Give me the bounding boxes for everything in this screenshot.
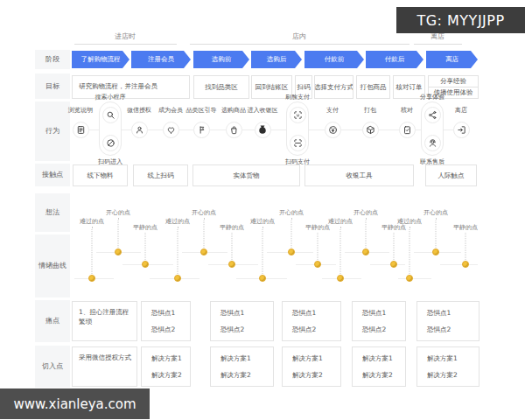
emotion-dot [406,275,413,282]
emotion-drop-line [145,233,146,260]
emotion-point-label: 平静的点 [133,223,158,232]
behavior-label: 浏览说明 [68,106,93,115]
face-pay-icon [293,110,303,120]
behavior-node [290,107,306,123]
entry-note-box: 采用微信授权方式 [72,346,137,387]
emotion-dot [200,248,207,256]
pain-box: 恐惧点1恐惧点2 [416,301,480,341]
behavior-node [102,107,119,123]
emotion-drop-line [436,218,437,248]
solution-box: 解决方案1解决方案2 [282,346,341,387]
emotion-dot [174,275,181,282]
row-label-emotion: 情绪曲线 [35,234,70,298]
solution-box-line: 解决方案2 [362,371,393,380]
emotion-point-label: 平静的点 [220,223,244,232]
goal-box: 研究购物流程，并注册会员 [72,75,190,99]
pain-box-line: 恐惧点1 [151,309,175,318]
solution-box: 解决方案1解决方案2 [210,346,274,387]
emotion-point-label: 难过的点 [165,217,190,226]
behavior-label: 打包 [364,106,376,115]
solution-box-line: 解决方案2 [427,371,458,380]
stage-arrow: 选购前 [193,51,249,68]
behavior-node [290,135,306,151]
emotion-point-label: 难过的点 [328,217,353,226]
emotion-dot [115,248,122,256]
phase-header-underline [190,44,410,45]
emotion-drop-line [291,218,292,248]
solution-box-line: 解决方案2 [292,371,323,380]
solution-box: 解决方案1解决方案2 [141,346,191,387]
pain-box-line: 恐惧点1 [292,309,316,318]
row-label-stage: 阶段 [35,50,70,69]
touchpoint-box: 线上扫码 [133,164,188,186]
solution-box-line: 解决方案2 [220,371,251,380]
emotion-drop-line [118,218,119,248]
heart-icon [166,125,176,135]
goal-box: 打包商品 [356,75,390,99]
exit-icon [457,125,466,135]
behavior-label: 联系售后 [420,158,444,166]
behavior-node [102,135,119,151]
behavior-node [163,122,179,138]
behavior-label: 核对 [401,106,413,115]
stage-arrow: 选购后 [251,51,302,68]
behavior-node [453,122,470,138]
behavior-node [325,122,341,138]
guide-flag-icon [197,125,206,135]
tg-badge: TG: MYYJJPP [396,7,525,33]
solution-box-line: 解决方案1 [427,354,458,363]
emotion-dot [259,275,266,282]
emotion-point-label: 难过的点 [250,217,275,226]
document-icon [76,125,86,135]
stage-arrow: 离店 [426,51,478,68]
behavior-node [424,107,441,123]
touchpoint-box: 收银工具 [304,164,414,186]
emotion-drop-line [92,227,93,274]
emotion-drop-line [204,218,205,248]
behavior-label: 选购商品 [221,106,246,115]
pain-box: 恐惧点1恐惧点2 [282,301,341,341]
share-icon [428,110,438,120]
row-label-goal: 目标 [35,74,70,99]
customer-service-icon [428,138,438,148]
pain-box: 恐惧点1恐惧点2 [352,301,406,341]
watermark: www.xianleya.com [0,388,150,419]
goal-box: 分享经验 [428,75,479,88]
touchpoint-box: 人际触点 [425,164,477,186]
behavior-node [131,122,148,138]
package-icon [366,125,375,135]
emotion-point-label: 平静的点 [305,223,330,232]
checklist-icon [402,125,412,135]
pain-note-box: 1、担心注册流程繁琐 [72,301,137,341]
emotion-dot [462,261,469,268]
behavior-label: 刷脸支付 [285,93,310,102]
behavior-node [399,122,416,138]
emotion-dot [432,248,439,256]
behavior-label: 分享体验 [420,93,444,102]
customer-journey-map: TG: MYYJJPP www.xianleya.com 进店时店内离店阶段目标… [0,0,525,420]
moneybag-icon [257,124,268,135]
solution-box: 解决方案1解决方案2 [416,346,480,387]
behavior-label: 离店 [455,106,467,115]
pain-box-line: 恐惧点1 [427,309,451,318]
behavior-label: 扫码进入 [98,158,122,166]
pain-box-line: 恐惧点2 [220,326,244,334]
emotion-drop-line [340,227,341,274]
goal-box: 选择支付方式 [314,75,354,99]
emotion-dot [288,248,295,256]
pain-box-line: 恐惧点2 [151,326,175,334]
pain-box: 恐惧点1恐惧点2 [141,301,191,341]
behavior-node [73,122,89,138]
emotion-dot [314,261,321,268]
row-label-entry: 切入点 [35,346,70,388]
qr-pay-icon [293,138,303,148]
stage-arrow: 付款前 [304,51,364,68]
phase-header: 店内 [292,32,306,41]
behavior-node [424,135,441,151]
emotion-point-label: 难过的点 [397,217,422,226]
behavior-label: 支付 [326,106,339,115]
emotion-point-label: 难过的点 [80,217,104,226]
search-icon [106,110,116,120]
row-label-pain: 痛点 [35,300,70,342]
stage-arrow: 付款后 [366,51,424,68]
